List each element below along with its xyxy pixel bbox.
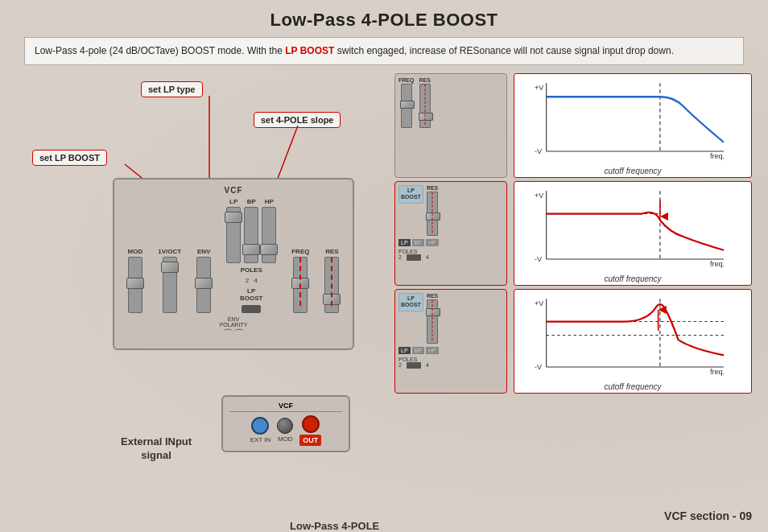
description-text2: switch engaged, increase of RESonance wi…	[334, 45, 674, 56]
ext-in-button[interactable]	[251, 417, 269, 435]
panel2-lpboost-label: LPBOOST	[398, 185, 423, 204]
slider-mod: MOD	[128, 248, 143, 313]
annotation-lp-type: set LP type	[141, 81, 203, 97]
panel2-res: RES	[427, 185, 438, 236]
ext-in-group: EXT IN	[250, 417, 271, 443]
slider-lp: LP	[226, 198, 241, 263]
svg-text:+V: +V	[535, 84, 543, 92]
svg-text:freq.: freq.	[710, 260, 725, 268]
panel-2: LPBOOST RES LP BP HP	[394, 181, 507, 286]
hp-mode-btn-3[interactable]: HP	[426, 347, 439, 354]
vcf-label: VCF	[121, 186, 346, 195]
svg-text:+V: +V	[535, 192, 543, 200]
svg-text:freq.: freq.	[710, 368, 725, 376]
main-content: set LP type set 4-POLE slope set LP BOOS…	[0, 73, 768, 394]
panel2-mode-switches: LP BP HP	[398, 239, 503, 246]
env-polarity: ENVPOLARITY	[121, 316, 346, 328]
out-label: OUT	[299, 435, 321, 446]
vcf-center-controls: LP BP HP	[226, 198, 276, 313]
left-section: set LP type set 4-POLE slope set LP BOOS…	[16, 73, 386, 394]
panel3-mode-switches: LP BP HP	[398, 347, 503, 354]
poles-label: POLES	[241, 266, 262, 274]
slider-res: RES	[324, 248, 339, 313]
slider-freq: FREQ	[291, 248, 309, 313]
panel1-freq: FREQ	[398, 77, 414, 128]
panel1-res: RES	[419, 77, 430, 128]
graph-3-label: cutoff frequency	[514, 381, 751, 393]
panel3-res: RES	[427, 293, 438, 344]
vcf-ext-label: VCF	[229, 402, 342, 412]
bp-mode-btn[interactable]: BP	[412, 239, 424, 246]
graph-2: +V -V freq. cutoff freq	[514, 181, 752, 286]
graphs-column: +V -V freq. cutoff frequency +V	[514, 73, 752, 394]
panel-1: FREQ RES	[394, 73, 507, 178]
description-text: Low-Pass 4-pole (24 dB/OCTave) BOOST mod…	[35, 45, 285, 56]
description-box: Low-Pass 4-pole (24 dB/OCTave) BOOST mod…	[24, 37, 744, 65]
annotation-lp-boost: set LP BOOST	[32, 150, 107, 166]
slider-1voct: 1V/OCT	[158, 248, 181, 313]
slider-env: ENV	[196, 248, 211, 313]
out-button[interactable]	[302, 415, 320, 433]
vcf-ext-box: VCF EXT IN MOD OUT	[221, 395, 350, 452]
hp-mode-btn[interactable]: HP	[426, 239, 439, 246]
graph-3: +V -V freq.	[514, 289, 752, 394]
graph-2-label: cutoff frequency	[514, 273, 751, 285]
svg-text:-V: -V	[535, 363, 542, 371]
svg-text:freq.: freq.	[710, 152, 725, 160]
panel2-poles: POLES	[398, 249, 503, 254]
svg-text:-V: -V	[535, 255, 542, 263]
lp-mode-btn[interactable]: LP	[398, 239, 411, 246]
mod-group: MOD	[277, 418, 293, 443]
graph-1: +V -V freq. cutoff frequency	[514, 73, 752, 178]
mod-label: MOD	[278, 435, 293, 443]
ext-in-label: EXT IN	[250, 436, 271, 443]
vcf-panel: VCF MOD 1V/OCT ENV	[113, 178, 354, 350]
graph-1-svg: +V -V freq.	[514, 74, 751, 165]
out-group: OUT	[299, 415, 321, 446]
svg-text:-V: -V	[535, 147, 542, 155]
panel-3: LPBOOST RES LP BP HP POLES	[394, 289, 507, 394]
graph-2-svg: +V -V freq.	[514, 182, 751, 273]
description-highlight: LP BOOST	[285, 45, 334, 56]
ext-signal-label: External INputsignal	[121, 435, 192, 463]
graph-3-svg: +V -V freq.	[514, 290, 751, 381]
lp-boost-panel-label: LPBOOST	[240, 287, 262, 302]
svg-text:+V: +V	[535, 299, 543, 307]
slider-hp: HP	[262, 198, 276, 263]
lp-mode-btn-3[interactable]: LP	[398, 347, 411, 354]
lp-boost-switch[interactable]	[242, 305, 261, 313]
panels-column: FREQ RES	[394, 73, 507, 394]
lp-boost-out-label: Low-Pass 4-POLEBOOST out	[290, 520, 379, 532]
panel3-lpboost-label: LPBOOST	[398, 293, 423, 311]
page-number: VCF section - 09	[664, 509, 752, 522]
poles-switch-3[interactable]	[407, 362, 421, 369]
bp-mode-btn-3[interactable]: BP	[412, 347, 424, 354]
page-title: Low-Pass 4-POLE BOOST	[0, 0, 768, 37]
slider-bp: BP	[244, 198, 258, 263]
panel3-poles: POLES	[398, 357, 503, 362]
vcf-sliders-row: MOD 1V/OCT ENV	[121, 198, 346, 313]
graph-1-label: cutoff frequency	[514, 165, 751, 177]
mod-knob[interactable]	[277, 418, 293, 434]
poles-switch-2[interactable]	[407, 254, 421, 261]
annotation-4pole: set 4-POLE slope	[254, 112, 341, 128]
right-section: FREQ RES	[394, 73, 752, 394]
